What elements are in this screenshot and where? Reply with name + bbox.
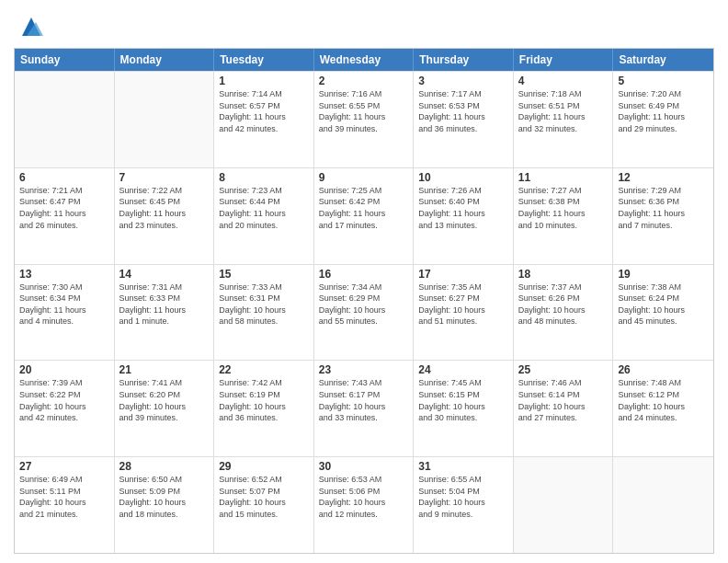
- cell-line: Daylight: 10 hours: [219, 401, 309, 413]
- cell-line: and 17 minutes.: [319, 220, 409, 232]
- cell-line: Daylight: 11 hours: [19, 304, 109, 316]
- cell-line: Daylight: 10 hours: [518, 401, 609, 413]
- empty-cell: [15, 72, 115, 167]
- day-cell-13: 13Sunrise: 7:30 AMSunset: 6:34 PMDayligh…: [15, 265, 115, 361]
- day-number: 2: [319, 75, 409, 87]
- day-cell-18: 18Sunrise: 7:37 AMSunset: 6:26 PMDayligh…: [514, 265, 614, 361]
- cell-line: and 36 minutes.: [219, 412, 309, 424]
- cell-line: and 45 minutes.: [618, 316, 709, 327]
- cell-line: Sunrise: 7:35 AM: [418, 282, 508, 293]
- cell-line: Sunset: 6:24 PM: [618, 293, 709, 304]
- day-cell-19: 19Sunrise: 7:38 AMSunset: 6:24 PMDayligh…: [613, 265, 713, 361]
- cell-line: Daylight: 11 hours: [319, 111, 409, 123]
- day-cell-12: 12Sunrise: 7:29 AMSunset: 6:36 PMDayligh…: [613, 168, 713, 264]
- cell-line: and 4 minutes.: [19, 316, 109, 327]
- calendar-week-3: 13Sunrise: 7:30 AMSunset: 6:34 PMDayligh…: [15, 264, 713, 361]
- day-cell-15: 15Sunrise: 7:33 AMSunset: 6:31 PMDayligh…: [214, 265, 314, 361]
- logo-icon: [17, 13, 45, 40]
- cell-line: and 36 minutes.: [418, 123, 508, 135]
- cell-line: Sunrise: 7:26 AM: [418, 185, 508, 197]
- day-number: 13: [19, 268, 109, 281]
- cell-line: and 39 minutes.: [319, 123, 409, 135]
- day-number: 18: [518, 268, 609, 281]
- calendar-header: SundayMondayTuesdayWednesdayThursdayFrid…: [15, 49, 713, 71]
- cell-line: Sunrise: 7:48 AM: [618, 377, 709, 389]
- day-number: 14: [119, 268, 210, 281]
- cell-line: and 1 minute.: [119, 316, 210, 327]
- day-cell-25: 25Sunrise: 7:46 AMSunset: 6:14 PMDayligh…: [514, 361, 614, 456]
- cell-line: Daylight: 10 hours: [219, 304, 309, 316]
- day-cell-10: 10Sunrise: 7:26 AMSunset: 6:40 PMDayligh…: [414, 168, 514, 264]
- cell-line: Sunset: 5:06 PM: [319, 486, 409, 498]
- day-number: 25: [518, 363, 609, 376]
- cell-line: and 13 minutes.: [418, 220, 508, 232]
- cell-line: and 15 minutes.: [219, 509, 309, 521]
- cell-line: Sunrise: 7:38 AM: [618, 282, 709, 293]
- cell-line: Sunset: 6:15 PM: [418, 389, 508, 401]
- cell-line: Sunrise: 7:29 AM: [618, 185, 709, 197]
- cell-line: Sunrise: 6:50 AM: [119, 474, 210, 486]
- cell-line: Daylight: 11 hours: [319, 208, 409, 220]
- header-day-wednesday: Wednesday: [314, 49, 415, 71]
- cell-line: Daylight: 11 hours: [518, 208, 609, 220]
- day-number: 20: [19, 363, 109, 376]
- day-cell-7: 7Sunrise: 7:22 AMSunset: 6:45 PMDaylight…: [115, 168, 215, 264]
- cell-line: Sunset: 5:11 PM: [19, 486, 109, 498]
- cell-line: Daylight: 11 hours: [119, 208, 210, 220]
- cell-line: Sunrise: 7:16 AM: [319, 88, 409, 100]
- day-number: 19: [618, 268, 709, 281]
- calendar: SundayMondayTuesdayWednesdayThursdayFrid…: [14, 48, 714, 554]
- cell-line: Sunset: 6:33 PM: [119, 293, 210, 304]
- cell-line: Daylight: 11 hours: [418, 111, 508, 123]
- cell-line: Sunset: 6:26 PM: [518, 293, 609, 304]
- calendar-week-5: 27Sunrise: 6:49 AMSunset: 5:11 PMDayligh…: [15, 456, 713, 553]
- day-number: 27: [19, 460, 109, 473]
- cell-line: Sunset: 6:14 PM: [518, 389, 609, 401]
- cell-line: Daylight: 11 hours: [418, 208, 508, 220]
- day-cell-20: 20Sunrise: 7:39 AMSunset: 6:22 PMDayligh…: [15, 361, 115, 456]
- cell-line: Sunset: 6:53 PM: [418, 100, 508, 112]
- day-cell-16: 16Sunrise: 7:34 AMSunset: 6:29 PMDayligh…: [314, 265, 415, 361]
- cell-line: Sunrise: 7:31 AM: [119, 282, 210, 293]
- day-cell-4: 4Sunrise: 7:18 AMSunset: 6:51 PMDaylight…: [514, 72, 614, 167]
- cell-line: Sunrise: 7:20 AM: [618, 88, 709, 100]
- cell-line: Sunrise: 7:41 AM: [119, 377, 210, 389]
- day-cell-11: 11Sunrise: 7:27 AMSunset: 6:38 PMDayligh…: [514, 168, 614, 264]
- day-cell-21: 21Sunrise: 7:41 AMSunset: 6:20 PMDayligh…: [115, 361, 215, 456]
- day-number: 22: [219, 363, 309, 376]
- day-number: 24: [418, 363, 508, 376]
- cell-line: Daylight: 11 hours: [219, 208, 309, 220]
- cell-line: Sunrise: 7:23 AM: [219, 185, 309, 197]
- cell-line: Sunset: 6:38 PM: [518, 196, 609, 208]
- cell-line: and 48 minutes.: [518, 316, 609, 327]
- cell-line: Daylight: 10 hours: [418, 497, 508, 509]
- cell-line: Daylight: 10 hours: [219, 497, 309, 509]
- cell-line: and 23 minutes.: [119, 220, 210, 232]
- cell-line: Sunset: 5:07 PM: [219, 486, 309, 498]
- calendar-week-2: 6Sunrise: 7:21 AMSunset: 6:47 PMDaylight…: [15, 167, 713, 264]
- cell-line: Sunset: 6:40 PM: [418, 196, 508, 208]
- page-header: [14, 9, 714, 40]
- cell-line: Sunrise: 7:22 AM: [119, 185, 210, 197]
- day-cell-28: 28Sunrise: 6:50 AMSunset: 5:09 PMDayligh…: [115, 457, 215, 553]
- cell-line: Sunset: 6:12 PM: [618, 389, 709, 401]
- cell-line: Sunrise: 7:33 AM: [219, 282, 309, 293]
- cell-line: Sunrise: 7:42 AM: [219, 377, 309, 389]
- day-number: 11: [518, 171, 609, 184]
- cell-line: and 29 minutes.: [618, 123, 709, 135]
- header-day-tuesday: Tuesday: [214, 49, 314, 71]
- cell-line: Sunrise: 6:55 AM: [418, 474, 508, 486]
- day-number: 21: [119, 363, 210, 376]
- cell-line: and 30 minutes.: [418, 412, 508, 424]
- cell-line: and 9 minutes.: [418, 509, 508, 521]
- day-cell-6: 6Sunrise: 7:21 AMSunset: 6:47 PMDaylight…: [15, 168, 115, 264]
- cell-line: and 42 minutes.: [19, 412, 109, 424]
- day-cell-9: 9Sunrise: 7:25 AMSunset: 6:42 PMDaylight…: [314, 168, 415, 264]
- day-number: 4: [518, 75, 609, 87]
- header-day-friday: Friday: [514, 49, 614, 71]
- logo: [14, 13, 45, 40]
- cell-line: Sunset: 6:20 PM: [119, 389, 210, 401]
- cell-line: Sunset: 6:27 PM: [418, 293, 508, 304]
- day-number: 16: [319, 268, 409, 281]
- cell-line: Daylight: 10 hours: [319, 304, 409, 316]
